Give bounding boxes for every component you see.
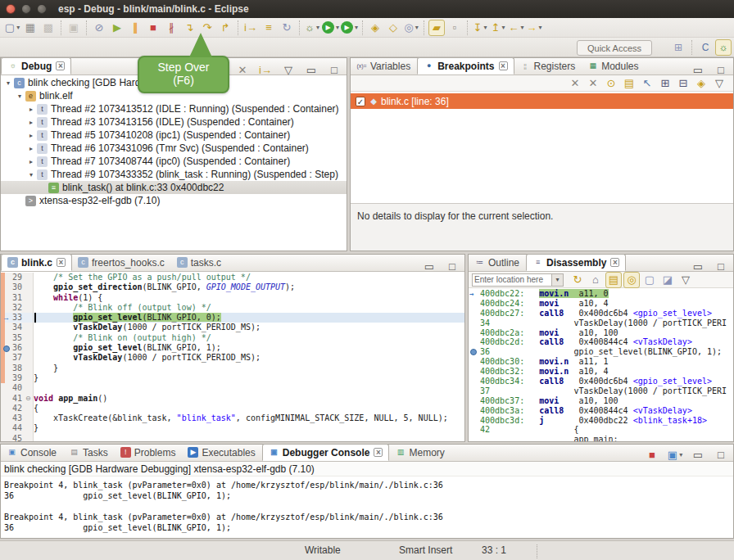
code-line[interactable]: 39} <box>1 373 464 383</box>
tree-row[interactable]: ▾tThread #9 1073433352 (blink_task : Run… <box>1 168 347 181</box>
fold-icon[interactable]: ⊖ <box>25 394 33 404</box>
minimize-button[interactable]: ▭ <box>303 61 319 78</box>
code-text[interactable]: } <box>34 364 464 373</box>
code-text[interactable]: vTaskDelay(1000 / portTICK_PERIOD_MS); <box>34 353 464 363</box>
breakpoint-row[interactable]: ✓ ◆ blink.c [line: 36] <box>351 93 733 109</box>
window-minimize-button[interactable] <box>21 4 31 14</box>
disassembly-line[interactable]: 42 { <box>469 425 733 435</box>
restart-button[interactable]: ↻ <box>279 20 295 36</box>
remove-all-breakpoints-button[interactable]: ✕ <box>585 75 601 92</box>
back-button[interactable]: ←▾ <box>508 20 524 36</box>
build-button[interactable]: ▣ <box>66 20 82 36</box>
code-text[interactable]: { <box>34 404 464 413</box>
code-line[interactable]: 30 gpio_set_direction(BLINK_GPIO, GPIO_M… <box>1 282 464 292</box>
code-line[interactable]: 31 while(1) { <box>1 293 464 303</box>
code-line[interactable]: 44} <box>1 423 464 433</box>
window-maximize-button[interactable] <box>37 4 47 14</box>
next-annotation-button[interactable]: ↥▾ <box>490 20 506 36</box>
code-line[interactable]: 43 xTaskCreate(&blink_task, "blink_task"… <box>1 413 464 423</box>
disassembly-line[interactable]: 400dbc30: movi.n a11, 1 <box>469 357 733 367</box>
editor-gutter[interactable]: 32 <box>1 303 34 313</box>
console-output[interactable]: Breakpoint 4, blink_task (pvParameter=0x… <box>1 476 733 533</box>
tab-console[interactable]: ▣Console <box>1 444 63 461</box>
code-text[interactable]: /* Blink off (output low) */ <box>34 303 464 313</box>
tab-problems[interactable]: !Problems <box>115 444 183 461</box>
tree-row[interactable]: ▸tThread #6 1073431096 (Tmr Svc) (Suspen… <box>1 142 347 155</box>
disassembly-line[interactable]: 400dbc27: call8 0x400dc6b4 <gpio_set_lev… <box>469 309 733 318</box>
editor-gutter[interactable]: 38 <box>1 364 34 373</box>
editor-gutter[interactable]: 40 <box>1 383 34 393</box>
show-source-toggle[interactable]: ▤ <box>605 272 622 288</box>
maximize-button[interactable]: □ <box>444 258 460 274</box>
quick-access-button[interactable]: Quick Access <box>577 40 652 56</box>
use-step-filters-button[interactable]: ≡ <box>261 20 277 36</box>
disassembly-listing[interactable]: →400dbc22: movi.n a11, 0400dbc24: movi a… <box>469 289 733 441</box>
code-line[interactable]: 36 gpio_set_level(BLINK_GPIO, 1); <box>1 343 464 353</box>
display-console-button[interactable]: ▣▾ <box>667 446 683 463</box>
debug-perspective-button[interactable]: ☼ <box>715 39 732 56</box>
breakpoint-marker-icon[interactable] <box>470 349 477 355</box>
code-line[interactable]: 45 <box>1 434 464 441</box>
code-line[interactable]: 42{ <box>1 404 464 413</box>
expander-icon[interactable]: ▸ <box>27 145 35 152</box>
save-button[interactable]: ▦ <box>22 20 39 36</box>
editor-gutter[interactable]: 39 <box>1 373 34 383</box>
code-line[interactable]: 38 } <box>1 364 464 373</box>
editor-gutter[interactable]: 34 <box>1 323 34 332</box>
close-icon[interactable]: × <box>499 61 508 70</box>
location-dropdown[interactable]: ▾ <box>552 273 564 287</box>
code-text[interactable] <box>34 383 464 393</box>
refresh-button[interactable]: ↻ <box>569 272 586 288</box>
tab-modules[interactable]: ▦Modules <box>582 57 645 75</box>
maximize-button[interactable]: □ <box>713 446 729 463</box>
editor-gutter[interactable]: →33 <box>1 313 34 323</box>
link-with-debug-button[interactable]: ↖ <box>639 75 655 92</box>
coverage-button[interactable]: ▶▾ <box>341 20 358 36</box>
code-line[interactable]: 35 /* Blink on (output high) */ <box>1 333 464 343</box>
tab-debug[interactable]: ☼ Debug × <box>1 57 71 75</box>
open-element-button[interactable]: ◈ <box>367 20 383 36</box>
code-text[interactable]: } <box>34 373 464 383</box>
editor-gutter[interactable]: 41⊖ <box>1 394 34 404</box>
view-menu-button[interactable]: ▽ <box>677 272 694 288</box>
editor-gutter[interactable]: 29 <box>1 273 34 282</box>
last-edit-location-button[interactable]: ↧▾ <box>472 20 488 36</box>
expand-all-button[interactable]: ⊞ <box>657 75 673 92</box>
code-text[interactable] <box>34 434 464 441</box>
tab-variables[interactable]: (x)=Variables <box>351 57 417 75</box>
disassembly-line[interactable]: 400dbc2d: call8 0x400844c4 <vTaskDelay> <box>469 337 733 347</box>
instruction-stepping-button[interactable]: i→ <box>242 20 259 36</box>
disassembly-line[interactable]: 400dbc34: call8 0x400dc6b4 <gpio_set_lev… <box>469 377 733 386</box>
code-text[interactable]: } <box>34 423 464 433</box>
minimize-button[interactable]: ▭ <box>690 446 706 463</box>
code-line[interactable]: 34 vTaskDelay(1000 / portTICK_PERIOD_MS)… <box>1 323 464 332</box>
editor-gutter[interactable]: 35 <box>1 333 34 343</box>
expander-icon[interactable]: ▸ <box>27 106 35 113</box>
tab-disassembly[interactable]: ≡Disassembly× <box>526 254 626 271</box>
tab-registers[interactable]: ¦¦Registers <box>514 57 582 75</box>
suspend-button[interactable]: ∥ <box>127 20 143 36</box>
home-button[interactable]: ⌂ <box>587 272 604 288</box>
code-text[interactable]: /* Blink on (output high) */ <box>34 333 464 343</box>
terminate-button[interactable]: ■ <box>145 20 161 36</box>
expander-icon[interactable]: ▸ <box>27 158 35 165</box>
save-all-button[interactable]: ▩ <box>40 20 57 36</box>
maximize-button[interactable]: □ <box>713 258 729 274</box>
code-text[interactable]: gpio_set_direction(BLINK_GPIO, GPIO_MODE… <box>34 282 464 292</box>
expander-icon[interactable]: ▾ <box>27 171 35 178</box>
editor-gutter[interactable]: 37 <box>1 353 34 363</box>
expander-icon[interactable]: ▸ <box>27 119 35 126</box>
new-view-button[interactable]: ▢ <box>641 272 658 288</box>
location-input[interactable]: Enter location here <box>472 273 552 287</box>
disassembly-line[interactable]: 400dbc24: movi a10, 4 <box>469 299 733 309</box>
remove-console-button[interactable]: ■ <box>644 446 660 463</box>
search-button[interactable]: ◎▾ <box>403 20 419 36</box>
instruction-stepping-toggle[interactable]: i→ <box>257 61 274 78</box>
resume-button[interactable]: ▶ <box>109 20 125 36</box>
close-icon[interactable]: × <box>374 448 383 457</box>
tab-debugger-console[interactable]: ▣Debugger Console× <box>262 444 390 461</box>
tab-tasks[interactable]: ▤Tasks <box>63 444 115 461</box>
pin-button[interactable]: ◪ <box>659 272 676 288</box>
code-line[interactable]: 29 /* Set the GPIO as a push/pull output… <box>1 273 464 282</box>
open-resource-button[interactable]: ◇ <box>385 20 401 36</box>
